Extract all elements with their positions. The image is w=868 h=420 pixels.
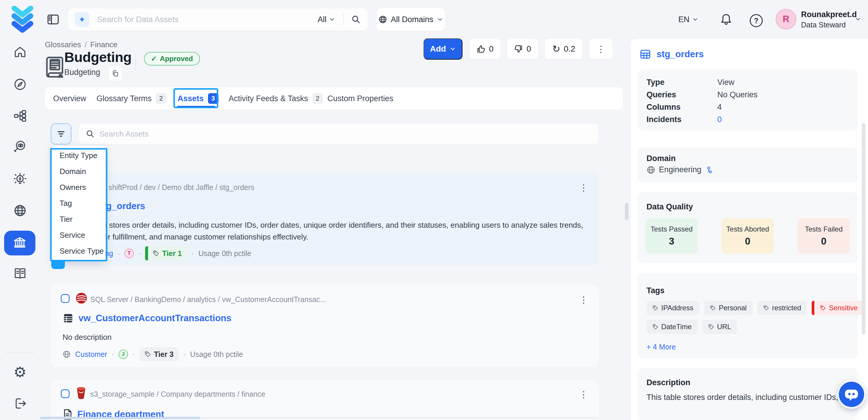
all-domains-selector[interactable]: All Domains: [377, 8, 445, 31]
bank-icon: [13, 236, 27, 250]
breadcrumb-finance[interactable]: Finance: [90, 40, 118, 49]
asset-domain-link[interactable]: Customer: [75, 350, 107, 359]
tags-row: DateTime URL: [647, 320, 737, 334]
tag-sensitive[interactable]: Sensitive: [812, 301, 863, 315]
rating-value: 0.2: [564, 44, 575, 54]
language-selector[interactable]: EN: [678, 13, 699, 26]
globe-icon[interactable]: [13, 204, 27, 218]
asset-card-vw-customeraccounttransactions[interactable]: SQL Server / BankingDemo / analytics / v…: [51, 284, 599, 367]
s3-storage-icon: [75, 386, 87, 400]
kebab-icon[interactable]: ⋮: [579, 389, 588, 400]
data-quality-heading: Data Quality: [647, 202, 693, 211]
overview-row: Incidents 0: [647, 115, 722, 124]
hierarchy-icon[interactable]: [705, 166, 713, 174]
chevron-down-icon: [329, 16, 335, 23]
tag-ipaddress[interactable]: IPAddress: [647, 301, 699, 315]
asset-card-stg-orders[interactable]: shiftProd / dev / Demo dbt Jaffle / stg_…: [51, 173, 599, 266]
tier-badge[interactable]: Tier 3: [139, 347, 179, 361]
tier-badge[interactable]: Tier 1: [145, 246, 187, 261]
notifications-bell-icon[interactable]: [720, 12, 733, 27]
panel-scrollbar-thumb[interactable]: [862, 123, 865, 334]
incidents-link[interactable]: 0: [717, 115, 722, 124]
tab-custom-properties[interactable]: Custom Properties: [328, 87, 394, 110]
separator-dot: ·: [112, 350, 114, 359]
overview-label: Incidents: [647, 115, 717, 124]
home-icon[interactable]: [13, 45, 27, 59]
tag-icon: [153, 250, 159, 257]
global-search-input[interactable]: [97, 15, 318, 24]
tier-label: Tier 1: [162, 249, 182, 258]
assets-search-input[interactable]: [99, 129, 591, 139]
question-glyph: ?: [754, 17, 758, 25]
all-domains-label: All Domains: [391, 15, 433, 24]
atlan-logo[interactable]: [11, 6, 35, 33]
asset-checkbox[interactable]: [61, 294, 70, 303]
filter-button[interactable]: [51, 123, 71, 145]
tab-overview[interactable]: Overview: [53, 87, 86, 110]
annotation-box-assets-tab: [174, 88, 218, 108]
tag-restricted[interactable]: restricted: [757, 301, 807, 315]
search-icon[interactable]: [351, 15, 361, 24]
settings-gear-icon[interactable]: ⚙: [13, 365, 27, 379]
horizontal-scrollbar-thumb[interactable]: [40, 417, 200, 419]
tests-passed-tile: Tests Passed 3: [645, 218, 698, 253]
tab-label: Activity Feeds & Tasks: [228, 94, 308, 103]
domain-value-row[interactable]: Engineering: [647, 165, 713, 174]
tab-label: Custom Properties: [328, 94, 394, 103]
status-badge[interactable]: ✓ Approved: [144, 52, 200, 65]
observability-icon[interactable]: [13, 140, 27, 154]
help-icon[interactable]: ?: [750, 14, 763, 27]
description-card: Description This table stores order deta…: [638, 368, 858, 420]
owner-avatar[interactable]: J: [119, 350, 128, 359]
tab-glossary-terms[interactable]: Glossary Terms 2: [96, 87, 166, 110]
tag-icon: [820, 305, 826, 311]
breadcrumb-glossaries[interactable]: Glossaries: [45, 40, 81, 49]
downvote-button[interactable]: 0: [507, 38, 538, 60]
add-button[interactable]: Add: [424, 38, 462, 60]
tag-personal[interactable]: Personal: [704, 301, 753, 315]
tag-severity-bar: [812, 301, 814, 315]
domain-label: Customer: [75, 350, 107, 359]
title-divider: [135, 53, 136, 69]
sidebar-divider: [5, 353, 35, 353]
sidebar-item-governance-active[interactable]: [4, 231, 35, 256]
tag-label: restricted: [772, 304, 801, 312]
tags-more-link[interactable]: + 4 More: [647, 343, 676, 351]
asset-checkbox[interactable]: [61, 389, 70, 398]
tags-card: Tags IPAddress Personal restricted: [638, 272, 858, 358]
search-scope-dropdown[interactable]: All: [318, 15, 335, 24]
logout-icon[interactable]: [13, 396, 27, 411]
docs-book-icon[interactable]: [13, 267, 27, 281]
copy-icon[interactable]: [108, 66, 122, 81]
ai-sparkle-icon[interactable]: ✦: [74, 12, 89, 27]
lineage-icon[interactable]: [13, 109, 27, 123]
upvote-button[interactable]: 0: [469, 38, 501, 60]
tag-label: Personal: [719, 304, 747, 312]
discover-compass-icon[interactable]: [13, 77, 27, 91]
user-avatar[interactable]: R: [776, 9, 796, 30]
ai-chat-bubble-button[interactable]: [837, 380, 866, 409]
insights-bulb-icon[interactable]: [13, 173, 27, 187]
tile-label: Tests Failed: [805, 225, 843, 233]
tab-activity-feeds[interactable]: Activity Feeds & Tasks 2: [228, 87, 323, 110]
search-divider: [343, 13, 344, 25]
main-scrollbar-thumb[interactable]: [625, 203, 628, 220]
filter-icon: [57, 129, 65, 138]
tag-url[interactable]: URL: [702, 320, 737, 334]
rating-button[interactable]: ↻ 0.2: [545, 38, 583, 60]
tag-icon: [652, 324, 658, 330]
user-menu-chevron-icon[interactable]: [855, 16, 861, 24]
asset-card-finance-department[interactable]: s3_storage_sample / Company departments …: [51, 381, 599, 420]
sidebar-toggle-icon[interactable]: [46, 13, 60, 26]
tag-datetime[interactable]: DateTime: [647, 320, 698, 334]
more-actions-button[interactable]: ⋮: [589, 38, 613, 60]
panel-asset-title[interactable]: stg_orders: [640, 49, 704, 60]
tag-icon: [710, 305, 716, 311]
owner-avatar[interactable]: T: [124, 249, 134, 258]
kebab-icon[interactable]: ⋮: [579, 295, 588, 305]
avatar-initial: T: [128, 250, 131, 256]
tags-heading: Tags: [647, 286, 664, 295]
user-name: Rounakpreet.d: [801, 10, 857, 19]
kebab-icon[interactable]: ⋮: [579, 183, 588, 193]
asset-title-row[interactable]: vw_CustomerAccountTransactions: [63, 312, 231, 324]
